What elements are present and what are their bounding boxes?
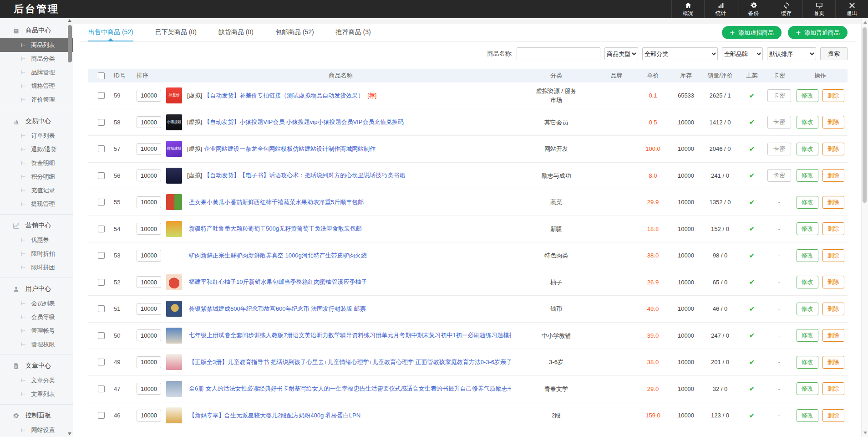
- sidebar-section-header[interactable]: 交易中心: [0, 113, 73, 129]
- scroll-up-arrow-icon[interactable]: [863, 21, 867, 24]
- sidebar-section-header[interactable]: 营销中心: [0, 218, 73, 233]
- product-name-link[interactable]: 圣女果小黄瓜小番茄新鲜西红柿千禧蔬菜水果助农净重5斤顺丰包邮: [189, 199, 364, 206]
- sidebar-item[interactable]: 商品分类: [0, 52, 73, 66]
- product-name-link[interactable]: 【新妈专享】合生元派星较大婴儿2段配方奶粉400g 乳桥蛋白LPN: [189, 412, 360, 419]
- product-name-link[interactable]: 【自动发货】小猿搜题VIP会员 小猿搜题vip小猿搜题会员VIP会员充值兑换码: [204, 118, 404, 125]
- sidebar-section-header[interactable]: 控制面板: [0, 408, 73, 423]
- tab[interactable]: 缺货商品 (0): [218, 24, 254, 41]
- card-key-button[interactable]: 卡密: [767, 116, 791, 129]
- delete-button[interactable]: 删除: [822, 409, 844, 422]
- sort-input[interactable]: [137, 223, 161, 235]
- card-key-button[interactable]: -: [778, 359, 780, 365]
- delete-button[interactable]: 删除: [822, 143, 844, 155]
- card-key-button[interactable]: 卡密: [767, 143, 791, 155]
- delete-button[interactable]: 删除: [822, 249, 844, 262]
- sort-input[interactable]: [137, 90, 161, 102]
- sidebar-item[interactable]: 规格管理: [0, 79, 73, 93]
- row-checkbox[interactable]: [98, 172, 105, 179]
- sidebar-item[interactable]: 退款/退货: [0, 143, 73, 156]
- page-scrollbar-thumb[interactable]: [863, 27, 867, 203]
- sidebar-scrollbar-thumb[interactable]: [68, 25, 72, 62]
- sidebar-item[interactable]: 网站设置: [0, 423, 73, 437]
- row-checkbox[interactable]: [98, 226, 105, 232]
- card-key-button[interactable]: -: [778, 412, 780, 419]
- row-checkbox[interactable]: [98, 145, 105, 152]
- nav-item[interactable]: 缓存: [770, 0, 802, 18]
- tab[interactable]: 推荐商品 (3): [336, 24, 371, 41]
- delete-button[interactable]: 删除: [822, 169, 844, 182]
- card-key-button[interactable]: -: [778, 226, 780, 232]
- sidebar-item[interactable]: 充值记录: [0, 184, 73, 197]
- card-key-button[interactable]: 卡密: [767, 169, 791, 182]
- add-virtual-product-button[interactable]: 添加虚拟商品: [722, 26, 782, 39]
- sidebar-item[interactable]: 文章列表: [0, 387, 73, 401]
- row-checkbox[interactable]: [98, 332, 105, 339]
- product-name-link[interactable]: 全6册 女人的活法女性必读经典好书卡耐基写给女人的一生幸福忠告生活需要仪式感适合…: [189, 385, 511, 392]
- sidebar-item[interactable]: 限时折扣: [0, 247, 73, 261]
- sidebar-item[interactable]: 会员等级: [0, 310, 73, 324]
- sidebar-scrollbar[interactable]: [68, 19, 72, 435]
- sort-input[interactable]: [137, 410, 161, 422]
- sidebar-section-header[interactable]: 商品中心: [0, 23, 73, 38]
- delete-button[interactable]: 删除: [822, 382, 844, 395]
- card-key-button[interactable]: -: [778, 279, 780, 286]
- search-button[interactable]: 搜索: [820, 47, 848, 60]
- scroll-down-arrow-icon[interactable]: [863, 432, 867, 434]
- product-name-link[interactable]: 荟银紫禁城建成600年纪念币故宫600年纪念币 法国发行封装版 邮票: [189, 305, 366, 312]
- product-name-link[interactable]: 企业网站建设一条龙全包网站模板仿站建站设计制作商城网站制作: [204, 145, 376, 152]
- tab[interactable]: 出售中商品 (52): [88, 24, 133, 41]
- sidebar-item[interactable]: 评价管理: [0, 93, 73, 107]
- sidebar-item[interactable]: 会员列表: [0, 297, 73, 310]
- edit-button[interactable]: 修改: [797, 169, 818, 182]
- edit-button[interactable]: 修改: [797, 116, 818, 129]
- edit-button[interactable]: 修改: [797, 249, 818, 262]
- product-name-link[interactable]: 七年级上册试卷全套同步训练人教版7册语文英语听力数学辅导资料练习册单元月考期中期…: [189, 332, 511, 339]
- card-key-button[interactable]: -: [778, 386, 780, 392]
- edit-button[interactable]: 修改: [797, 196, 818, 209]
- nav-item[interactable]: 备份: [737, 0, 770, 18]
- card-key-button[interactable]: -: [778, 332, 780, 339]
- delete-button[interactable]: 删除: [822, 276, 844, 288]
- sort-input[interactable]: [137, 196, 161, 208]
- sidebar-section-header[interactable]: 用户中心: [0, 281, 73, 297]
- card-key-button[interactable]: 卡密: [767, 89, 791, 102]
- sort-input[interactable]: [137, 116, 161, 128]
- edit-button[interactable]: 修改: [797, 303, 818, 315]
- select-all-checkbox[interactable]: [98, 72, 105, 79]
- sidebar-section-header[interactable]: 文章中心: [0, 358, 73, 374]
- sidebar-item[interactable]: 提现管理: [0, 197, 73, 211]
- product-type-select[interactable]: 商品类型: [604, 47, 638, 60]
- product-name-link[interactable]: 驴肉新鲜正宗生鲜驴肉新鲜散养真空 1000g河北特产生带皮驴肉火烧: [189, 252, 367, 259]
- sort-input[interactable]: [137, 276, 161, 288]
- sort-input[interactable]: [137, 170, 161, 181]
- delete-button[interactable]: 删除: [822, 196, 844, 209]
- edit-button[interactable]: 修改: [797, 222, 818, 235]
- delete-button[interactable]: 删除: [822, 303, 844, 315]
- sort-input[interactable]: [137, 383, 161, 395]
- sidebar-item[interactable]: 订单列表: [0, 129, 73, 143]
- tab[interactable]: 已下架商品 (0): [155, 24, 197, 41]
- edit-button[interactable]: 修改: [797, 356, 818, 369]
- delete-button[interactable]: 删除: [822, 329, 844, 342]
- sidebar-item[interactable]: 优惠券: [0, 233, 73, 247]
- sort-input[interactable]: [137, 303, 161, 315]
- row-checkbox[interactable]: [98, 199, 105, 206]
- sidebar-item[interactable]: 管理权限: [0, 338, 73, 351]
- row-checkbox[interactable]: [98, 386, 105, 392]
- sidebar-item[interactable]: 资金明细: [0, 156, 73, 170]
- nav-item[interactable]: 退出: [835, 0, 868, 18]
- row-checkbox[interactable]: [98, 305, 105, 312]
- sort-input[interactable]: [137, 143, 161, 155]
- row-checkbox[interactable]: [98, 119, 105, 126]
- sort-input[interactable]: [137, 250, 161, 262]
- sort-input[interactable]: [137, 356, 161, 368]
- sidebar-item[interactable]: 限时拼团: [0, 261, 73, 274]
- scroll-up-arrow-icon[interactable]: [68, 19, 71, 22]
- sort-order-select[interactable]: 默认排序: [767, 47, 816, 60]
- edit-button[interactable]: 修改: [797, 89, 818, 102]
- sidebar-item[interactable]: 品牌管理: [0, 66, 73, 79]
- sidebar-item[interactable]: 积分明细: [0, 170, 73, 184]
- delete-button[interactable]: 删除: [822, 89, 844, 102]
- product-name-link[interactable]: 【自动发货】【电子书】话语攻心术：把话说到对方的心坎里说话技巧类书籍: [204, 172, 405, 179]
- row-checkbox[interactable]: [98, 279, 105, 286]
